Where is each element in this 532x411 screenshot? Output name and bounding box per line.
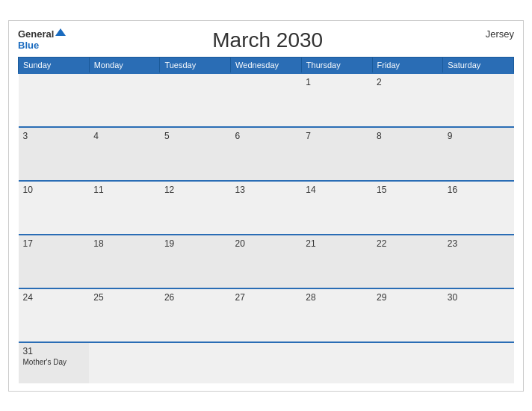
calendar-day-cell (160, 342, 231, 383)
calendar-day-cell: 15 (372, 181, 443, 235)
calendar-day-cell: 13 (231, 181, 302, 235)
calendar-day-cell: 25 (89, 288, 160, 342)
calendar-day-cell: 8 (372, 127, 443, 181)
calendar-day-cell: 9 (443, 127, 514, 181)
weekday-thursday: Thursday (301, 57, 372, 73)
weekday-wednesday: Wednesday (231, 57, 302, 73)
day-number: 31 (23, 346, 85, 356)
day-number: 21 (306, 238, 368, 249)
day-number: 20 (235, 238, 297, 249)
day-number: 3 (23, 131, 85, 141)
day-number: 24 (23, 292, 85, 303)
calendar-week-row: 31Mother's Day (19, 342, 514, 383)
calendar-day-cell (301, 342, 372, 383)
logo-triangle-icon (55, 28, 66, 36)
day-number: 25 (93, 292, 155, 303)
day-number: 17 (23, 238, 85, 249)
logo: General Blue (18, 28, 66, 51)
calendar-day-cell: 5 (160, 127, 231, 181)
calendar-day-cell: 31Mother's Day (19, 342, 90, 383)
calendar-week-row: 10111213141516 (19, 181, 514, 235)
day-number: 22 (377, 238, 439, 249)
calendar-day-cell: 7 (301, 127, 372, 181)
day-number: 4 (93, 131, 155, 141)
calendar-day-cell: 30 (443, 288, 514, 342)
weekday-tuesday: Tuesday (160, 57, 231, 73)
calendar-day-cell (372, 342, 443, 383)
day-number: 1 (306, 77, 368, 87)
day-number: 26 (164, 292, 226, 303)
calendar-day-cell: 14 (301, 181, 372, 235)
calendar-grid: Sunday Monday Tuesday Wednesday Thursday… (18, 57, 514, 383)
calendar-day-cell: 4 (89, 127, 160, 181)
calendar-day-cell (160, 73, 231, 127)
calendar-day-cell: 18 (89, 235, 160, 288)
weekday-sunday: Sunday (19, 57, 90, 73)
calendar: General Blue March 2030 Jersey Sunday Mo… (8, 20, 524, 392)
day-number: 16 (448, 185, 510, 195)
calendar-day-cell: 2 (372, 73, 443, 127)
calendar-day-cell: 27 (231, 288, 302, 342)
calendar-day-cell: 28 (301, 288, 372, 342)
calendar-day-cell: 20 (231, 235, 302, 288)
calendar-day-cell: 17 (19, 235, 90, 288)
calendar-day-cell: 23 (443, 235, 514, 288)
calendar-day-cell: 29 (372, 288, 443, 342)
weekday-monday: Monday (89, 57, 160, 73)
day-number: 29 (377, 292, 439, 303)
calendar-day-cell (89, 342, 160, 383)
calendar-day-cell (443, 73, 514, 127)
day-number: 2 (377, 77, 439, 87)
day-number: 12 (164, 185, 226, 195)
calendar-week-row: 24252627282930 (19, 288, 514, 342)
calendar-week-row: 12 (19, 73, 514, 127)
calendar-week-row: 3456789 (19, 127, 514, 181)
day-number: 27 (235, 292, 297, 303)
weekday-header-row: Sunday Monday Tuesday Wednesday Thursday… (19, 57, 514, 73)
weekday-friday: Friday (372, 57, 443, 73)
day-number: 13 (235, 185, 297, 195)
calendar-day-cell: 10 (19, 181, 90, 235)
day-number: 11 (93, 185, 155, 195)
logo-general-text: General (18, 28, 54, 40)
calendar-week-row: 17181920212223 (19, 235, 514, 288)
calendar-day-cell: 12 (160, 181, 231, 235)
calendar-day-cell (19, 73, 90, 127)
day-number: 19 (164, 238, 226, 249)
calendar-day-cell: 11 (89, 181, 160, 235)
calendar-day-cell: 3 (19, 127, 90, 181)
calendar-day-cell: 19 (160, 235, 231, 288)
day-number: 8 (377, 131, 439, 141)
day-event: Mother's Day (23, 358, 85, 366)
day-number: 28 (306, 292, 368, 303)
calendar-day-cell: 6 (231, 127, 302, 181)
day-number: 6 (235, 131, 297, 141)
calendar-day-cell (231, 73, 302, 127)
day-number: 14 (306, 185, 368, 195)
day-number: 9 (448, 131, 510, 141)
calendar-day-cell (231, 342, 302, 383)
calendar-day-cell (443, 342, 514, 383)
day-number: 5 (164, 131, 226, 141)
day-number: 23 (448, 238, 510, 249)
calendar-day-cell: 26 (160, 288, 231, 342)
day-number: 15 (377, 185, 439, 195)
calendar-day-cell: 16 (443, 181, 514, 235)
calendar-day-cell: 1 (301, 73, 372, 127)
day-number: 7 (306, 131, 368, 141)
day-number: 30 (448, 292, 510, 303)
calendar-day-cell: 24 (19, 288, 90, 342)
calendar-day-cell: 21 (301, 235, 372, 288)
calendar-header: General Blue March 2030 Jersey (18, 28, 514, 52)
calendar-day-cell (89, 73, 160, 127)
day-number: 10 (23, 185, 85, 195)
weekday-saturday: Saturday (443, 57, 514, 73)
region-label: Jersey (469, 28, 514, 40)
logo-blue-text: Blue (18, 40, 39, 51)
day-number: 18 (93, 238, 155, 249)
calendar-day-cell: 22 (372, 235, 443, 288)
calendar-title: March 2030 (66, 28, 469, 52)
